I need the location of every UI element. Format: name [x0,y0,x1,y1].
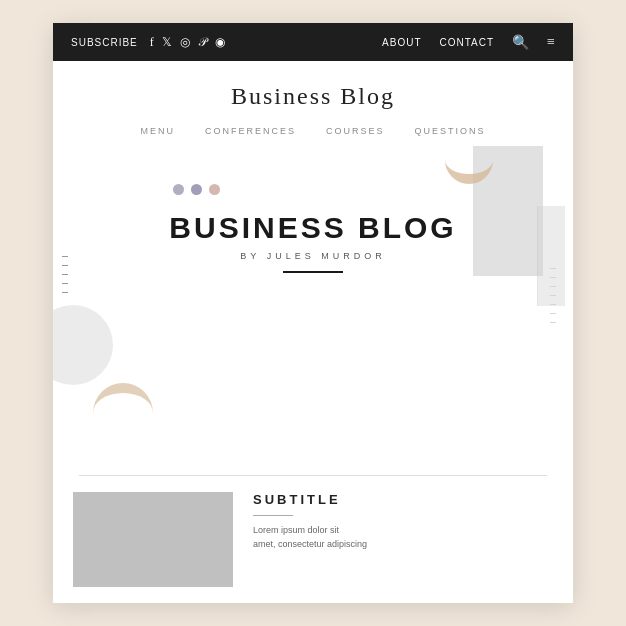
search-icon[interactable]: 🔍 [512,34,529,51]
top-bar-left: SUBSCRIBE f 𝕏 ◎ 𝒫 ◉ [71,35,225,50]
nav-courses[interactable]: COURSES [326,126,385,136]
hero-text-block: BUSINESS BLOG BY JULES MURDOR [53,211,573,273]
ruler-mark [550,277,556,278]
decorative-dots [173,184,220,195]
top-bar: SUBSCRIBE f 𝕏 ◎ 𝒫 ◉ ABOUT CONTACT 🔍 ≡ [53,23,573,61]
hero-section: BUSINESS BLOG BY JULES MURDOR [53,146,573,475]
dot-3 [209,184,220,195]
gray-circle-shape [53,305,113,385]
bottom-section: SUBTITLE Lorem ipsum dolor sit amet, con… [53,476,573,603]
article-subtitle: SUBTITLE [253,492,553,507]
browser-window: SUBSCRIBE f 𝕏 ◎ 𝒫 ◉ ABOUT CONTACT 🔍 ≡ Bu… [53,23,573,603]
article-text: Lorem ipsum dolor sit amet, consectetur … [253,524,553,551]
instagram-icon[interactable]: ◎ [180,35,190,50]
ruler-mark [550,304,556,305]
menu-icon[interactable]: ≡ [547,34,555,50]
ruler-mark [550,322,556,323]
nav-conferences[interactable]: CONFERENCES [205,126,296,136]
ruler-right [550,268,556,323]
ruler-mark [62,283,68,284]
hero-byline: BY JULES MURDOR [53,251,573,261]
ruler-mark [62,274,68,275]
nav-questions[interactable]: QUESTIONS [415,126,486,136]
article-thumbnail [73,492,233,587]
main-nav: MENU CONFERENCES COURSES QUESTIONS [53,118,573,146]
subscribe-label[interactable]: SUBSCRIBE [71,37,138,48]
social-icons-group: f 𝕏 ◎ 𝒫 ◉ [150,35,225,50]
article-content: SUBTITLE Lorem ipsum dolor sit amet, con… [253,492,553,587]
ruler-mark [62,292,68,293]
dot-1 [173,184,184,195]
top-bar-right: ABOUT CONTACT 🔍 ≡ [382,34,555,51]
ruler-mark [550,295,556,296]
dot-2 [191,184,202,195]
ruler-mark [550,313,556,314]
contact-link[interactable]: CONTACT [440,37,495,48]
nav-menu[interactable]: MENU [140,126,175,136]
pinterest-icon[interactable]: 𝒫 [198,35,207,50]
facebook-icon[interactable]: f [150,35,154,50]
twitter-icon[interactable]: 𝕏 [162,35,172,50]
about-link[interactable]: ABOUT [382,37,421,48]
site-header: Business Blog [53,61,573,118]
article-divider [253,515,293,516]
hero-divider [283,271,343,273]
hero-main-title: BUSINESS BLOG [53,211,573,245]
site-title: Business Blog [53,83,573,110]
ruler-mark [550,286,556,287]
whatsapp-icon[interactable]: ◉ [215,35,225,50]
beige-arc-bottom-shape [93,383,153,415]
